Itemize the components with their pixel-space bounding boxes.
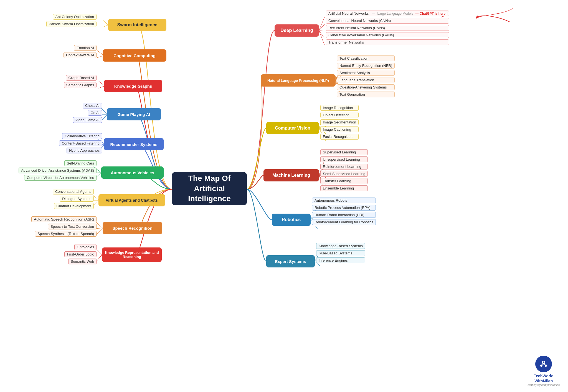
sub-lang-trans: Language Translation: [337, 77, 395, 83]
sub-hybrid: Hybrid Approaches: [67, 148, 102, 153]
sub-reinf-rob: Reinforcement Learning for Robotics: [312, 219, 376, 225]
sub-cv-av: Computer Vision for Autonomous Vehicles: [24, 175, 97, 181]
node-machine-learning[interactable]: Machine Learning: [263, 169, 319, 181]
subitems-recommender: Collaborative Filtering Content-Based Fi…: [59, 133, 102, 153]
node-deep-learning[interactable]: Deep Learning: [275, 24, 319, 37]
sub-ner: Named Entity Recognition (NER): [337, 63, 395, 69]
node-cognitive[interactable]: Cognitive Computing: [103, 49, 166, 62]
subitems-virtual: Conversational Agents Dialogue Systems C…: [53, 189, 94, 209]
svg-point-56: [543, 361, 544, 363]
svg-line-48: [96, 222, 103, 228]
svg-line-30: [103, 20, 108, 25]
subitems-swarm: Ant Colony Optimization Particle Swarm O…: [46, 14, 97, 27]
sub-facial: Facial Recognition: [320, 134, 359, 140]
sub-stt: Speech-to-Text Conversion: [48, 224, 97, 229]
sub-inf-eng: Inference Engines: [316, 257, 365, 263]
sub-img-rec: Image Recognition: [320, 105, 359, 111]
svg-line-53: [96, 255, 102, 262]
svg-line-51: [96, 248, 102, 255]
sub-obj-det: Object Detection: [320, 112, 359, 118]
sub-chatbot: Chatbot Development: [54, 203, 94, 209]
sub-auto-rob: Autonomous Robots: [312, 198, 376, 203]
sub-transfer: Transfer Learning: [320, 178, 368, 184]
node-expert-systems[interactable]: Expert Systems: [266, 255, 315, 267]
subitems-deep-learning: Artificial Neural Networks — Large Langu…: [326, 11, 449, 45]
node-autonomous[interactable]: Autonomous Vehicles: [101, 166, 164, 179]
svg-line-0: [319, 17, 324, 31]
svg-line-1: [319, 24, 324, 31]
sub-sentiment: Sentiment Analysis: [337, 70, 395, 76]
sub-fol: First-Order Logic: [64, 251, 97, 257]
svg-line-50: [96, 228, 103, 235]
node-game-playing[interactable]: Game Playing AI: [107, 108, 161, 120]
sub-unsup: Unsupervised Learning: [320, 156, 368, 162]
subitems-game: Chess AI Go AI Video Game AI: [73, 103, 102, 123]
sub-pso: Particle Swarm Optimization: [46, 21, 97, 27]
subitems-ml: Supervised Learning Unsupervised Learnin…: [320, 149, 368, 191]
sub-tts: Speech Synthesis (Text-to-Speech): [35, 231, 97, 237]
subitems-speech: Automatic Speech Recognition (ASR) Speec…: [31, 216, 97, 237]
svg-line-52: [96, 255, 102, 255]
sub-reinf: Reinforcement Learning: [320, 164, 368, 170]
svg-line-2: [319, 31, 324, 31]
sub-emotion-ai: Emotion AI: [74, 45, 97, 51]
sub-ann: Artificial Neural Networks — Large Langu…: [326, 11, 449, 16]
sub-asr: Automatic Speech Recognition (ASR): [31, 216, 97, 222]
subitems-cv: Image Recognition Object Detection Image…: [320, 105, 359, 140]
sub-semi: Semi-Supervised Learning: [320, 171, 368, 177]
subitems-kg: Graph-Based AI Semantic Graphs: [64, 75, 97, 88]
node-knowledge-graphs[interactable]: Knowledge Graphs: [104, 80, 162, 92]
sub-adas: Advanced Driver Assistance Systems (ADAS…: [19, 168, 97, 173]
node-virtual-agents[interactable]: Virtual Agents and Chatbots: [98, 194, 165, 206]
node-nlp[interactable]: Natural Language Processing (NLP): [261, 74, 336, 87]
subitems-robotics: Autonomous Robots Robotic Process Automa…: [312, 198, 376, 225]
sub-go: Go AI: [88, 110, 102, 116]
svg-marker-61: [476, 15, 479, 19]
branding-tagline: simplifying complex topics: [528, 383, 560, 386]
svg-line-4: [319, 31, 324, 45]
sub-aco: Ant Colony Optimization: [53, 14, 97, 20]
sub-ensemble: Ensemble Learning: [320, 185, 368, 191]
sub-kbs: Knowledge-Based Systems: [316, 243, 365, 249]
sub-sup: Supervised Learning: [320, 149, 368, 155]
sub-img-cap: Image Captioning: [320, 127, 359, 132]
sub-text-class: Text Classification: [337, 55, 395, 61]
sub-rbs: Rule-Based Systems: [316, 250, 365, 256]
sub-text-gen: Text Generation: [337, 92, 395, 97]
subitems-autonomous: Self-Driving Cars Advanced Driver Assist…: [19, 160, 97, 181]
sub-dialogue: Dialogue Systems: [60, 196, 94, 202]
node-robotics[interactable]: Robotics: [272, 214, 311, 226]
sub-video-game: Video Game AI: [73, 117, 102, 123]
node-swarm[interactable]: Swarm Intelligence: [108, 19, 166, 31]
sub-qa: Question-Answering Systems: [337, 84, 395, 90]
node-speech[interactable]: Speech Recognition: [103, 222, 162, 234]
node-recommender[interactable]: Recommender Systems: [104, 138, 164, 150]
subitems-nlp: Text Classification Named Entity Recogni…: [337, 55, 395, 97]
sub-context-ai: Context-Aware AI: [64, 52, 97, 58]
mindmap-container: The Map Of Artificial Intelligence Deep …: [0, 0, 568, 392]
sub-self-driving: Self-Driving Cars: [64, 160, 97, 166]
sub-graph-ai: Graph-Based AI: [66, 75, 97, 81]
branding-logo: [535, 356, 552, 372]
svg-line-31: [103, 25, 108, 27]
sub-conv: Conversational Agents: [53, 189, 94, 194]
svg-line-3: [319, 31, 324, 38]
sub-rpa: Robotic Process Automation (RPA): [312, 205, 376, 211]
center-line1: The Map Of: [172, 173, 247, 183]
center-line2: Artificial Intelligence: [172, 184, 247, 204]
branding-name: TechWorld WithMilan: [528, 373, 560, 383]
svg-line-49: [96, 228, 103, 229]
sub-hri: Human-Robot Interaction (HRI): [312, 212, 376, 218]
branding: TechWorld WithMilan simplifying complex …: [528, 356, 560, 386]
sub-collab: Collaborative Filtering: [62, 133, 102, 139]
node-knowledge-rep[interactable]: Knowledge Representation and Reasoning: [102, 247, 162, 262]
subitems-cognitive: Emotion AI Context-Aware AI: [64, 45, 97, 58]
sub-chess: Chess AI: [83, 103, 102, 108]
sub-transformer: Transformer Networks: [326, 39, 449, 45]
node-computer-vision[interactable]: Computer Vision: [266, 122, 319, 134]
sub-gan: Generative Adversarial Networks (GANs): [326, 32, 449, 38]
subitems-kr: Ontologies First-Order Logic Semantic We…: [64, 244, 97, 264]
sub-sem-web: Semantic Web: [68, 259, 97, 264]
sub-cnn: Convolutional Neural Networks (CNNs): [326, 18, 449, 24]
sub-img-seg: Image Segmentation: [320, 119, 359, 125]
